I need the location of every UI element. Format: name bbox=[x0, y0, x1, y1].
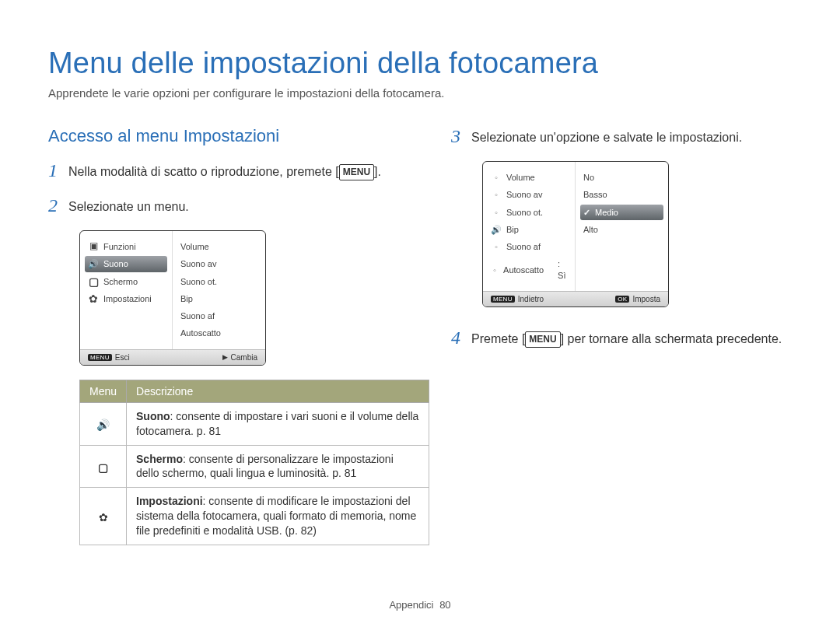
list-item[interactable]: Bip bbox=[177, 291, 261, 306]
step-number: 3 bbox=[451, 126, 471, 147]
camera-menu-item-selected[interactable]: Suono bbox=[85, 256, 167, 271]
list-item[interactable]: Suono af bbox=[488, 239, 570, 254]
camera-option-list: Volume Suono av Suono ot. Bip Suono af A… bbox=[483, 162, 576, 291]
play-icon: ▶ bbox=[222, 353, 228, 361]
camera-menu-categories: Funzioni Suono Schermo Impostazioni bbox=[80, 231, 173, 349]
menu-button-label: MENU bbox=[525, 331, 560, 348]
table-row: Schermo: consente di personalizzare le i… bbox=[80, 445, 429, 488]
option-value[interactable]: Alto bbox=[580, 222, 663, 237]
speaker-icon bbox=[96, 415, 110, 432]
step-1: 1 Nella modalità di scatto o riproduzion… bbox=[48, 160, 414, 181]
camera-menu-item[interactable]: Impostazioni bbox=[85, 291, 167, 306]
step-4: 4 Premete [MENU] per tornare alla scherm… bbox=[451, 328, 792, 349]
menu-tag: MENU bbox=[88, 354, 112, 361]
list-item[interactable]: Volume bbox=[177, 239, 261, 254]
step-2: 2 Selezionate un menu. bbox=[48, 195, 414, 216]
page-number: 80 bbox=[439, 599, 450, 611]
option-value[interactable]: No bbox=[580, 170, 663, 185]
list-item[interactable]: Suono af bbox=[177, 308, 261, 324]
speaker-icon bbox=[88, 259, 99, 268]
camera-option-values: No Basso ✓ Medio Alto bbox=[576, 162, 668, 291]
menu-description-table: Menu Descrizione Suono: consente di impo… bbox=[79, 380, 429, 545]
step-number: 2 bbox=[48, 195, 68, 216]
camera-icon bbox=[88, 242, 99, 251]
screen-icon bbox=[98, 457, 108, 475]
step-number: 1 bbox=[48, 160, 68, 181]
bullet-icon bbox=[491, 265, 499, 275]
bullet-icon bbox=[491, 208, 502, 217]
table-header-menu: Menu bbox=[80, 380, 127, 402]
page-intro: Apprendete le varie opzioni per configur… bbox=[48, 86, 792, 100]
step-3: 3 Selezionate un'opzione e salvate le im… bbox=[451, 126, 792, 147]
camera-menu-item[interactable]: Schermo bbox=[85, 274, 167, 289]
step-number: 4 bbox=[451, 328, 471, 349]
step-text: Premete [MENU] per tornare alla schermat… bbox=[471, 328, 782, 348]
table-row: Suono: consente di impostare i vari suon… bbox=[80, 402, 429, 445]
list-item[interactable]: Bip bbox=[488, 222, 570, 237]
camera-footer: MENUEsci ▶Cambia bbox=[80, 349, 265, 365]
bullet-icon bbox=[491, 173, 502, 182]
camera-menu-item[interactable]: Funzioni bbox=[85, 239, 167, 254]
camera-screen-menu: Funzioni Suono Schermo Impostazioni bbox=[79, 230, 266, 366]
list-item[interactable]: Volume bbox=[488, 170, 570, 185]
table-row: Impostazioni: consente di modificare le … bbox=[80, 488, 429, 545]
option-value-selected[interactable]: ✓ Medio bbox=[580, 205, 663, 220]
list-item[interactable]: Autoscatto bbox=[177, 325, 261, 341]
bullet-icon bbox=[491, 242, 502, 251]
list-item[interactable]: Suono av bbox=[177, 256, 261, 271]
speaker-icon bbox=[491, 225, 502, 234]
option-value[interactable]: Basso bbox=[580, 187, 663, 202]
table-header-description: Descrizione bbox=[127, 380, 429, 402]
page-footer: Appendici 80 bbox=[0, 599, 840, 611]
step-text: Selezionate un menu. bbox=[68, 195, 189, 215]
camera-screen-option: Volume Suono av Suono ot. Bip Suono af A… bbox=[482, 161, 669, 307]
camera-menu-options: Volume Suono av Suono ot. Bip Suono af A… bbox=[173, 231, 265, 349]
step-text: Nella modalità di scatto o riproduzione,… bbox=[68, 160, 381, 180]
gear-icon bbox=[99, 507, 108, 524]
section-heading: Accesso al menu Impostazioni bbox=[48, 126, 414, 146]
list-item[interactable]: Suono ot. bbox=[488, 205, 570, 220]
check-icon: ✓ bbox=[583, 207, 590, 218]
list-item[interactable]: Suono av bbox=[488, 187, 570, 202]
gear-icon bbox=[88, 294, 99, 303]
menu-tag: MENU bbox=[491, 296, 515, 303]
camera-footer: MENUIndietro OKImposta bbox=[483, 291, 668, 306]
list-item[interactable]: Autoscatto: Sì bbox=[488, 256, 570, 283]
menu-button-label: MENU bbox=[339, 164, 374, 180]
list-item[interactable]: Suono ot. bbox=[177, 274, 261, 289]
step-text: Selezionate un'opzione e salvate le impo… bbox=[471, 126, 742, 146]
page-title: Menu delle impostazioni della fotocamera bbox=[48, 47, 792, 80]
bullet-icon bbox=[491, 190, 502, 199]
screen-icon bbox=[88, 277, 99, 286]
ok-tag: OK bbox=[615, 296, 629, 303]
